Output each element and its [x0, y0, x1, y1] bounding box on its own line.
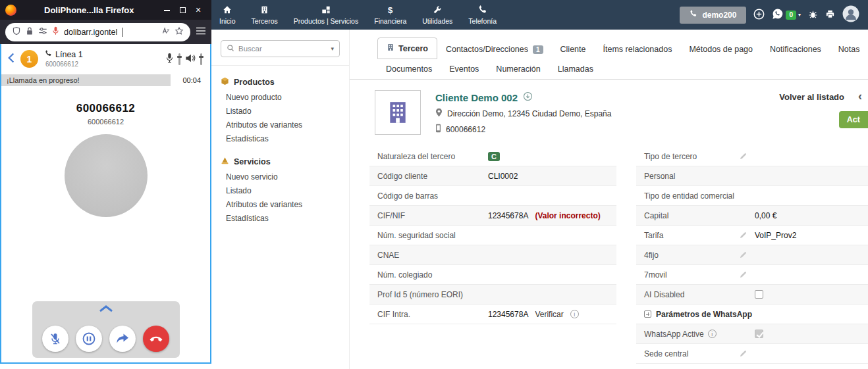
- sidebar-item-nuevo-producto[interactable]: Nuevo producto: [211, 90, 349, 104]
- doliphone-app: 1 Línea 1 600066612 ¡Llamada en progreso…: [0, 44, 211, 364]
- sidebar-item-listado-servicios[interactable]: Listado: [211, 184, 349, 197]
- url-bar[interactable]: dolibarr.igontel: [5, 23, 190, 41]
- download-vcard-icon[interactable]: [523, 91, 533, 103]
- expand-section-icon[interactable]: [644, 310, 651, 318]
- info-icon[interactable]: [708, 330, 717, 338]
- mute-button[interactable]: [42, 326, 68, 352]
- line-number-badge: 1: [20, 50, 38, 68]
- add-icon[interactable]: [753, 9, 765, 22]
- restore-icon[interactable]: [175, 0, 190, 20]
- search-icon: [227, 44, 234, 53]
- sidebar-item-atributos-productos[interactable]: Atributos de variantes: [211, 118, 349, 132]
- speaker-volume-slider[interactable]: [200, 53, 202, 65]
- back-to-list-link[interactable]: Volver al listado: [779, 92, 844, 102]
- menu-icon[interactable]: [196, 26, 206, 37]
- chevron-left-icon[interactable]: ‹: [858, 89, 862, 103]
- edit-icon[interactable]: [740, 251, 747, 258]
- line-label: Línea 1: [55, 50, 83, 59]
- shield-icon[interactable]: [12, 26, 21, 37]
- chevron-up-icon[interactable]: [98, 305, 114, 314]
- user-session-button[interactable]: demo200: [680, 7, 746, 24]
- company-address: Dirección Demo, 12345 Ciudad Demo, Españ…: [447, 109, 611, 118]
- mic-icon[interactable]: [165, 53, 174, 65]
- section-header-productos[interactable]: Productos: [211, 74, 349, 90]
- tab-documentos[interactable]: Documentos: [377, 59, 441, 79]
- company-name: Cliente Demo 002: [435, 92, 518, 103]
- whatsapp-active-checkbox[interactable]: [755, 330, 763, 338]
- edit-icon[interactable]: [740, 350, 747, 357]
- translate-icon[interactable]: [161, 26, 170, 37]
- company-header: Cliente Demo 002 Dirección Demo, 12345 C…: [350, 80, 868, 147]
- lock-icon[interactable]: [26, 26, 34, 37]
- tab-contactos-direcciones[interactable]: Contactos/Direcciones 1: [437, 39, 552, 59]
- products-icon: [221, 77, 229, 87]
- print-icon[interactable]: [825, 9, 835, 21]
- tab-notas[interactable]: Notas: [830, 39, 868, 59]
- nav-item-telefonia[interactable]: Telefonía: [460, 0, 504, 30]
- permissions-icon[interactable]: [38, 26, 47, 37]
- firefox-icon: [5, 5, 16, 16]
- table-row: CNAE: [369, 245, 616, 265]
- mic-volume-slider[interactable]: [178, 53, 180, 65]
- nature-badge: C: [488, 152, 500, 161]
- dolibarr-app: Inicio Terceros Productos | Servicios $ …: [211, 0, 868, 369]
- url-text[interactable]: dolibarr.igontel: [64, 28, 117, 37]
- hangup-button[interactable]: [143, 326, 169, 352]
- edit-icon[interactable]: [740, 232, 747, 239]
- table-row: Naturaleza del tercero C: [369, 147, 616, 166]
- transfer-button[interactable]: [109, 326, 136, 352]
- bug-icon[interactable]: [808, 9, 818, 21]
- section-header-servicios[interactable]: Servicios: [211, 154, 349, 170]
- nav-item-terceros[interactable]: Terceros: [244, 0, 286, 30]
- tab-tercero[interactable]: Tercero: [377, 37, 437, 59]
- company-details: Naturaleza del tercero C Código cliente …: [350, 147, 868, 364]
- top-navigation: Inicio Terceros Productos | Servicios $ …: [211, 0, 868, 30]
- status-row: ¡Llamada en progreso! 00:04: [1, 74, 210, 86]
- tab-notificaciones[interactable]: Notificaciones: [761, 39, 830, 59]
- phone-icon: [45, 50, 52, 59]
- sidebar-item-nuevo-servicio[interactable]: Nuevo servicio: [211, 170, 349, 184]
- table-row: Capital 0,00 €: [636, 206, 868, 226]
- avatar[interactable]: [842, 5, 859, 24]
- status-button[interactable]: Act: [839, 111, 868, 128]
- sidebar-item-estadisticas-productos[interactable]: Estadísticas: [211, 132, 349, 145]
- table-row: Tipo de tercero: [636, 147, 868, 166]
- tab-items-relacionados[interactable]: Ítems relacionados: [594, 39, 680, 59]
- hold-button[interactable]: [76, 326, 102, 352]
- nav-item-financiera[interactable]: $ Financiera: [366, 0, 414, 30]
- ai-disabled-checkbox[interactable]: [755, 290, 763, 299]
- window-title: DoliPhone...lla Firefox: [44, 5, 159, 15]
- company-phone[interactable]: 600066612: [446, 125, 485, 134]
- chevron-down-icon: ▾: [331, 45, 334, 52]
- nav-item-productos-servicios[interactable]: Productos | Servicios: [286, 0, 366, 30]
- nav-item-inicio[interactable]: Inicio: [211, 0, 244, 30]
- sidebar-item-listado-productos[interactable]: Listado: [211, 104, 349, 118]
- info-icon[interactable]: [570, 310, 579, 318]
- nav-item-utilidades[interactable]: Utilidades: [414, 0, 460, 30]
- table-row: Personal: [636, 166, 868, 186]
- tab-numeracion[interactable]: Numeración: [487, 59, 549, 79]
- left-menu: Buscar ▾ Productos Nuevo producto Listad…: [211, 30, 350, 369]
- back-icon[interactable]: [7, 51, 16, 66]
- sidebar-item-estadisticas-servicios[interactable]: Estadísticas: [211, 211, 349, 225]
- tab-llamadas[interactable]: Llamadas: [549, 59, 602, 79]
- table-row: CIF/NIF 12345678A (Valor incorrecto): [369, 206, 616, 226]
- mic-permission-icon[interactable]: [52, 26, 59, 37]
- bookmark-star-icon[interactable]: [175, 26, 184, 37]
- speaker-icon[interactable]: [185, 53, 196, 65]
- sidebar-item-atributos-servicios[interactable]: Atributos de variantes: [211, 197, 349, 211]
- details-table-left: Naturaleza del tercero C Código cliente …: [369, 147, 616, 324]
- tab-cliente[interactable]: Cliente: [552, 39, 595, 59]
- whatsapp-menu[interactable]: 0 ▾: [772, 8, 801, 22]
- verify-link[interactable]: Verificar: [535, 310, 563, 319]
- tab-metodos-de-pago[interactable]: Métodos de pago: [680, 39, 761, 59]
- edit-icon[interactable]: [740, 153, 747, 160]
- search-input[interactable]: Buscar ▾: [221, 40, 340, 57]
- close-icon[interactable]: ×: [190, 0, 206, 20]
- details-table-right: Tipo de tercero Personal Tipo de entidad…: [636, 147, 868, 364]
- minimize-icon[interactable]: [159, 0, 175, 20]
- tab-eventos[interactable]: Eventos: [441, 59, 487, 79]
- call-status: ¡Llamada en progreso!: [1, 74, 171, 86]
- topnav-right: demo200 0 ▾: [680, 0, 868, 30]
- edit-icon[interactable]: [740, 271, 747, 278]
